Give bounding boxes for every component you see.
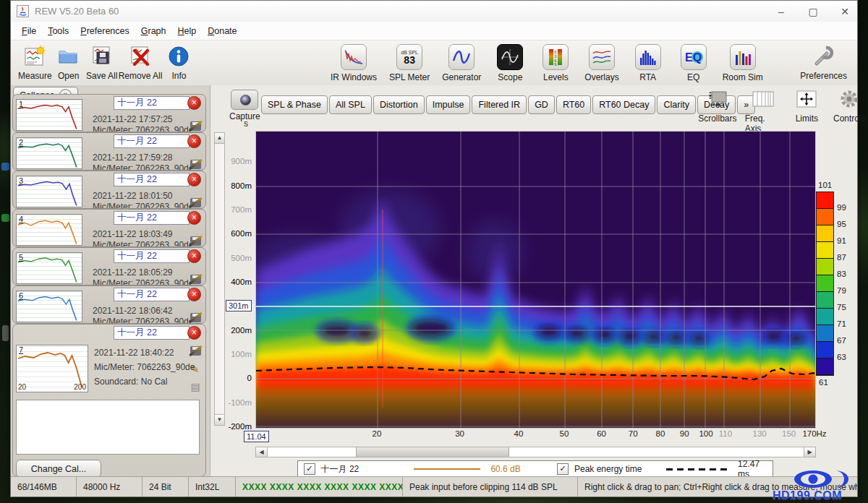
measurement-thumbnail[interactable]: 7 20 200 [16, 345, 88, 392]
tab-impulse[interactable]: Impulse [426, 95, 471, 114]
remove-measurement-icon[interactable]: × [187, 326, 201, 340]
generator-button[interactable]: Generator [442, 44, 481, 82]
tab-spl-phase[interactable]: SPL & Phase [261, 95, 328, 114]
app-icon [17, 5, 29, 17]
measurement-name-input[interactable] [114, 96, 190, 110]
scroll-left-arrow[interactable]: ◀ [256, 447, 268, 457]
desktop-icon[interactable] [1, 214, 9, 222]
measurement-visible-checkbox[interactable]: ✓ [304, 463, 315, 475]
eq-button[interactable]: EQ EQ [677, 44, 710, 82]
measure-button[interactable]: Measure [18, 44, 52, 81]
remove-measurement-icon[interactable]: × [187, 249, 201, 263]
peak-energy-checkbox[interactable]: ✓ [557, 463, 569, 475]
measurement-thumbnail[interactable]: 1 [16, 99, 82, 131]
remove-measurement-icon[interactable]: × [187, 211, 201, 225]
measurement-card-5[interactable]: × 5 2021-11-22 18:05:29 Mic/Meter: 70622… [12, 247, 206, 285]
measurement-card-6[interactable]: × 6 2021-11-22 18:06:42 Mic/Meter: 70622… [12, 285, 206, 324]
change-cal-button[interactable]: Change Cal... [16, 460, 101, 477]
save-measurement-icon[interactable] [190, 275, 201, 284]
room-sim-button[interactable]: Room Sim [723, 44, 763, 82]
save-measurement-icon[interactable] [190, 121, 201, 131]
measurement-thumbnail[interactable]: 6 [16, 291, 82, 322]
measurement-name-input[interactable] [114, 288, 190, 301]
measurement-name-input[interactable] [114, 211, 190, 225]
measurement-card-3[interactable]: × 3 2021-11-22 18:01:50 Mic/Meter: 70622… [12, 171, 206, 209]
ir-windows-button[interactable]: IR Windows [331, 44, 377, 82]
remove-measurement-icon[interactable]: × [187, 173, 201, 186]
x-tick: 30 [455, 429, 464, 438]
watermark-text: HD199.COM [773, 489, 842, 502]
limits-button[interactable]: Limits [790, 87, 823, 134]
spectrogram-plot[interactable] [255, 131, 816, 429]
menu-tools[interactable]: Tools [43, 24, 74, 38]
measurement-card-7-selected[interactable]: × ✎ ▤ 7 20 200 2021-11-22 18:40:22 Mic/M… [12, 324, 206, 477]
remove-measurement-icon[interactable]: × [187, 288, 201, 301]
controls-label: Controls [833, 113, 866, 124]
remove-measurement-icon[interactable]: × [187, 96, 201, 110]
rta-button[interactable]: RTA [631, 44, 665, 82]
tab-all-spl[interactable]: All SPL [329, 95, 372, 114]
capture-button[interactable]: Capture [229, 90, 260, 121]
tab-gd[interactable]: GD [528, 95, 555, 114]
desktop-icon[interactable] [2, 325, 9, 341]
measurement-card-4[interactable]: × 4 2021-11-22 18:03:49 Mic/Meter: 70622… [12, 209, 206, 247]
tab-rt60[interactable]: RT60 [556, 95, 591, 114]
scrollbar-thumb[interactable] [356, 447, 509, 457]
remove-measurement-icon[interactable]: × [187, 134, 201, 148]
measurement-mic: Mic/Meter: 7062263_90de [93, 240, 201, 247]
measurement-thumbnail[interactable]: 3 [16, 176, 82, 207]
scope-button[interactable]: Scope [493, 44, 527, 82]
measurement-thumbnail[interactable]: 4 [16, 214, 82, 246]
menu-preferences[interactable]: Preferences [75, 24, 134, 38]
tab-clarity[interactable]: Clarity [657, 95, 695, 114]
measurement-notes-box[interactable] [16, 400, 200, 455]
rta-label: RTA [639, 72, 656, 82]
levels-label: Levels [543, 72, 569, 82]
measurement-card-2[interactable]: × 2 2021-11-22 17:59:28 Mic/Meter: 70622… [12, 132, 206, 171]
measurement-card-1[interactable]: × 1 2021-11-22 17:57:25 Mic/Meter: 70622… [12, 94, 206, 132]
spl-meter-button[interactable]: dB SPL 83 SPL Meter [389, 44, 430, 82]
scrollbars-button[interactable]: Scrollbars [699, 87, 736, 134]
freq-axis-button[interactable]: Freq. Axis [745, 87, 781, 134]
save-measurement-icon[interactable] [190, 198, 201, 207]
measurement-name-input[interactable] [114, 173, 190, 186]
minimize-button[interactable]: – [776, 6, 786, 17]
measurement-thumbnail[interactable]: 2 [16, 137, 82, 169]
y-tick: 700m [210, 205, 252, 214]
info-button[interactable]: Info [162, 44, 195, 81]
x-tick: 130 [753, 429, 767, 438]
maximize-button[interactable]: ▢ [808, 6, 818, 17]
preferences-button[interactable]: Preferences [800, 44, 847, 81]
save-measurement-icon[interactable] [190, 160, 201, 169]
color-scale-segment [817, 192, 833, 209]
save-measurement-icon[interactable] [190, 346, 201, 356]
desktop-icon[interactable] [1, 163, 9, 171]
tab-rt60-decay[interactable]: RT60 Decay [592, 95, 655, 114]
x-tick: 100 [699, 429, 712, 438]
peak-energy-line-swatch [666, 468, 728, 470]
controls-button[interactable]: Controls [833, 87, 866, 134]
menu-donate[interactable]: Donate [203, 24, 242, 38]
save-all-button[interactable]: Save All [85, 44, 119, 81]
notes-doc-icon[interactable]: ▤ [190, 381, 201, 392]
close-button[interactable]: ✕ [840, 6, 850, 17]
open-button[interactable]: Open [52, 44, 85, 81]
measurement-name-input[interactable] [114, 249, 190, 263]
menu-graph[interactable]: Graph [136, 24, 171, 38]
menu-file[interactable]: File [17, 24, 41, 38]
save-measurement-icon[interactable] [190, 313, 201, 322]
horizontal-scrollbar[interactable]: ◀ ▶ [255, 447, 816, 457]
thumb-axis-lo: 20 [18, 383, 26, 391]
measurement-name-input[interactable] [114, 134, 190, 148]
measurement-thumbnail[interactable]: 5 [16, 252, 82, 284]
measurements-panel: Collapse « × 1 2021-11-22 17:57:25 Mic/M… [11, 85, 210, 478]
measurement-name-input[interactable] [114, 326, 190, 340]
tab-distortion[interactable]: Distortion [373, 95, 425, 114]
menu-help[interactable]: Help [173, 24, 202, 38]
overlays-button[interactable]: Overlays [584, 44, 618, 82]
remove-all-button[interactable]: Remove All [119, 44, 163, 81]
scroll-right-arrow[interactable]: ▶ [804, 447, 815, 457]
levels-button[interactable]: 0 3 6 9 Levels [539, 44, 572, 82]
save-measurement-icon[interactable] [190, 236, 201, 246]
tab-filtered-ir[interactable]: Filtered IR [472, 95, 527, 114]
